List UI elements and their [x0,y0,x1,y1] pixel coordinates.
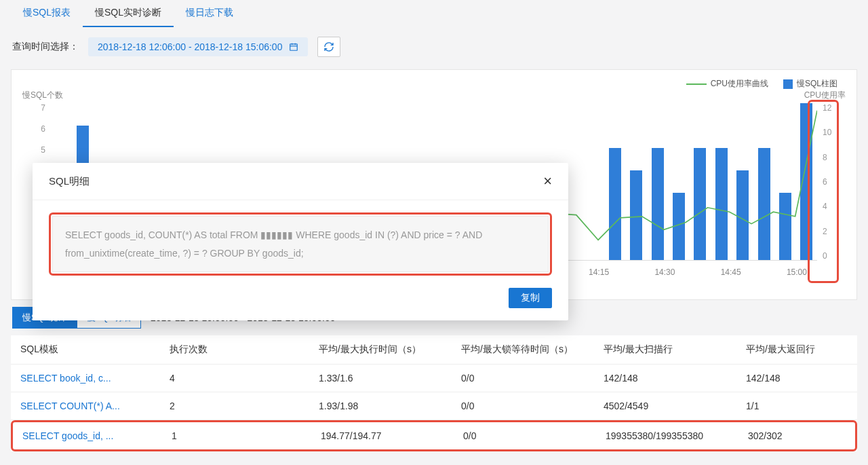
cell: 0/0 [461,373,604,384]
cell: 1.93/1.98 [319,401,461,411]
slow-sql-table: SQL模板 执行次数 平均/最大执行时间（s） 平均/最大锁等待时间（s） 平均… [11,335,857,451]
col-sql-template[interactable]: SQL模板 [20,343,170,356]
cell: 4 [170,373,319,384]
refresh-icon [323,41,334,52]
query-time-row: 查询时间选择： 2018-12-18 12:06:00 - 2018-12-18… [0,27,868,64]
cell: 199355380/199355380 [606,430,748,441]
col-avg-max-lock[interactable]: 平均/最大锁等待时间（s） [461,343,604,356]
table-row[interactable]: SELECT COUNT(*) A... 2 1.93/1.98 0/0 450… [11,392,857,420]
cell: 1.33/1.6 [319,373,461,384]
table-row[interactable]: SELECT book_id, c... 4 1.33/1.6 0/0 142/… [11,365,857,392]
col-avg-max-scan[interactable]: 平均/最大扫描行 [604,343,746,356]
top-tabs: 慢SQL报表 慢SQL实时诊断 慢日志下载 [0,0,868,27]
chart-legend: CPU使用率曲线 慢SQL柱图 [12,78,856,90]
cell: 0/0 [461,401,604,411]
sql-template-link[interactable]: SELECT goods_id, ... [22,430,172,441]
date-range-value: 2018-12-18 12:06:00 - 2018-12-18 15:06:0… [98,41,282,52]
sql-template-link[interactable]: SELECT COUNT(*) A... [20,401,170,411]
tab-slow-sql-report[interactable]: 慢SQL报表 [11,0,83,27]
sql-template-link[interactable]: SELECT book_id, c... [20,373,170,384]
sql-detail-text[interactable]: SELECT goods_id, COUNT(*) AS total FROM … [52,216,549,272]
refresh-button[interactable] [317,37,340,57]
sql-highlight-box: SELECT goods_id, COUNT(*) AS total FROM … [49,212,552,276]
cell: 194.77/194.77 [321,430,463,441]
cell: 302/302 [748,430,868,441]
cell: 1/1 [746,401,868,411]
cell: 0/0 [463,430,606,441]
legend-slow-sql-bar[interactable]: 慢SQL柱图 [783,78,837,90]
col-avg-max-return[interactable]: 平均/最大返回行 [746,343,868,356]
right-axis-ticks: 121086420 [823,103,843,261]
tab-slow-log-download[interactable]: 慢日志下载 [174,0,245,27]
cell: 142/148 [604,373,746,384]
query-time-label: 查询时间选择： [12,41,79,53]
copy-button[interactable]: 复制 [509,288,552,308]
cell: 4502/4549 [604,401,746,411]
tab-slow-sql-diagnose[interactable]: 慢SQL实时诊断 [83,0,174,27]
modal-title: SQL明细 [49,175,90,188]
col-avg-max-time[interactable]: 平均/最大执行时间（s） [319,343,461,356]
right-axis-title: CPU使用率 [804,90,846,101]
sql-detail-modal: SQL明细 × SELECT goods_id, COUNT(*) AS tot… [33,163,568,320]
cell: 2 [170,401,319,411]
cell: 1 [172,430,321,441]
table-row-highlighted[interactable]: SELECT goods_id, ... 1 194.77/194.77 0/0… [11,420,857,451]
legend-cpu-line[interactable]: CPU使用率曲线 [686,78,768,90]
col-exec-count[interactable]: 执行次数 [170,343,319,356]
cell: 142/148 [746,373,868,384]
left-axis-title: 慢SQL个数 [22,90,63,101]
calendar-icon [289,42,298,52]
date-range-picker[interactable]: 2018-12-18 12:06:00 - 2018-12-18 15:06:0… [88,37,308,56]
table-header: SQL模板 执行次数 平均/最大执行时间（s） 平均/最大锁等待时间（s） 平均… [11,335,857,365]
svg-rect-0 [290,44,298,50]
close-icon[interactable]: × [543,174,552,189]
